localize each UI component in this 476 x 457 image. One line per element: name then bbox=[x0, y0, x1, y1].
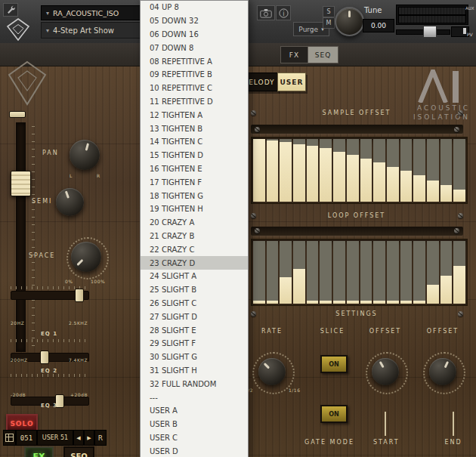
dropdown-item[interactable]: 15 TIGHTEN D bbox=[141, 149, 248, 162]
dropdown-item[interactable]: 10 REPETITIVE C bbox=[141, 82, 248, 95]
wrench-button[interactable] bbox=[3, 3, 18, 17]
preset-grid-button[interactable] bbox=[3, 430, 16, 446]
header-pan-slider-handle[interactable] bbox=[423, 26, 437, 38]
dropdown-item[interactable]: 22 CRAZY C bbox=[141, 242, 248, 256]
seq-step[interactable] bbox=[320, 139, 332, 202]
seq-step[interactable] bbox=[400, 139, 413, 202]
dropdown-item[interactable]: 31 SLIGHT H bbox=[141, 364, 248, 378]
dropdown-item[interactable]: USER B bbox=[141, 418, 248, 431]
seq-step[interactable] bbox=[427, 139, 439, 202]
tab-seq[interactable]: SEQ bbox=[308, 46, 338, 63]
seq-step[interactable] bbox=[387, 139, 399, 202]
eq1-slider-handle[interactable] bbox=[75, 289, 84, 302]
dropdown-item[interactable]: 30 SLIGHT G bbox=[141, 350, 248, 364]
seq-step[interactable] bbox=[373, 139, 385, 202]
seq-step[interactable] bbox=[267, 241, 279, 304]
seq-step[interactable] bbox=[307, 241, 319, 304]
seq-step[interactable] bbox=[347, 139, 359, 202]
solo-toggle[interactable]: S bbox=[323, 6, 335, 17]
fx-page-button[interactable]: FX bbox=[24, 446, 54, 457]
dropdown-item[interactable]: 13 TIGHTEN B bbox=[141, 122, 248, 135]
mini-fader[interactable] bbox=[9, 111, 26, 118]
dropdown-item[interactable]: 28 SLIGHT E bbox=[141, 323, 248, 337]
dropdown-item[interactable]: 23 CRAZY D bbox=[141, 256, 248, 270]
dropdown-item[interactable]: 04 UP 8 bbox=[141, 1, 248, 14]
tab-fx[interactable]: FX bbox=[280, 46, 308, 63]
snapshot-bar[interactable]: ▾ 4-Step Art Show bbox=[41, 22, 148, 39]
seq-step[interactable] bbox=[413, 139, 425, 202]
dropdown-item[interactable]: 24 SLIGHT A bbox=[141, 270, 248, 283]
mode-user-button[interactable]: USER bbox=[277, 73, 306, 91]
slice-on-button[interactable]: ON bbox=[320, 355, 348, 373]
dropdown-item[interactable]: 06 DOWN 16 bbox=[141, 28, 248, 42]
info-button[interactable]: i bbox=[276, 5, 291, 20]
preset-prev-button[interactable]: ◀ bbox=[73, 430, 84, 446]
seq-step[interactable] bbox=[400, 241, 413, 304]
dropdown-item[interactable]: 18 TIGHTEN G bbox=[141, 189, 248, 202]
seq-step[interactable] bbox=[360, 139, 372, 202]
dropdown-item[interactable]: USER C bbox=[141, 431, 248, 445]
eq1-slider[interactable] bbox=[11, 291, 89, 300]
gate-on-button[interactable]: ON bbox=[320, 405, 348, 423]
dropdown-item[interactable]: 12 TIGHTEN A bbox=[141, 108, 248, 122]
preset-next-button[interactable]: ▶ bbox=[84, 430, 94, 446]
seq-step[interactable] bbox=[413, 241, 425, 304]
seq-step[interactable] bbox=[440, 241, 453, 304]
dropdown-item[interactable]: 08 REPETITIVE A bbox=[141, 54, 248, 68]
offset-b-knob[interactable] bbox=[429, 358, 456, 385]
preset-number[interactable]: 051 bbox=[16, 430, 37, 446]
preset-name[interactable]: USER 51 bbox=[37, 430, 73, 446]
dropdown-item[interactable]: 29 SLIGHT F bbox=[141, 337, 248, 350]
start-marker[interactable] bbox=[385, 412, 386, 436]
seq-step[interactable] bbox=[320, 241, 332, 304]
preset-random-button[interactable]: R bbox=[94, 430, 107, 446]
tune-value[interactable]: 0.00 bbox=[363, 19, 394, 32]
dropdown-item[interactable]: 32 FULL RANDOM bbox=[141, 377, 248, 391]
volume-fader-handle[interactable] bbox=[11, 171, 31, 196]
dropdown-item[interactable]: 19 TIGHTEN H bbox=[141, 202, 248, 216]
seq-step[interactable] bbox=[280, 241, 292, 304]
offset-a-knob[interactable] bbox=[372, 358, 399, 385]
seq-step[interactable] bbox=[293, 241, 305, 304]
seq-step[interactable] bbox=[453, 241, 465, 304]
dropdown-item[interactable]: USER D bbox=[141, 444, 248, 457]
dropdown-item[interactable]: --- bbox=[141, 391, 248, 404]
dropdown-item[interactable]: USER A bbox=[141, 404, 248, 418]
volume-fader-track[interactable] bbox=[16, 122, 26, 352]
seq-step[interactable] bbox=[373, 241, 385, 304]
semi-knob[interactable] bbox=[56, 188, 84, 216]
seq-step[interactable] bbox=[360, 241, 372, 304]
dropdown-item[interactable]: 21 CRAZY B bbox=[141, 230, 248, 243]
dropdown-item[interactable]: 05 DOWN 32 bbox=[141, 14, 248, 28]
seq-step[interactable] bbox=[347, 241, 359, 304]
seq-step[interactable] bbox=[440, 139, 453, 202]
seq-step[interactable] bbox=[333, 139, 345, 202]
rate-knob[interactable] bbox=[258, 358, 286, 385]
seq-step[interactable] bbox=[333, 241, 345, 304]
seq-step[interactable] bbox=[453, 139, 465, 202]
seq-step[interactable] bbox=[427, 241, 439, 304]
dropdown-item[interactable]: 25 SLIGHT B bbox=[141, 283, 248, 297]
seq-page-button[interactable]: SEQ bbox=[63, 446, 94, 457]
dropdown-item[interactable]: 27 SLIGHT D bbox=[141, 310, 248, 323]
patch-title-bar[interactable]: ▾ RA_ACOUSTIC_ISO bbox=[41, 5, 148, 20]
dropdown-item[interactable]: 16 TIGHTEN E bbox=[141, 162, 248, 176]
dropdown-item[interactable]: 07 DOWN 8 bbox=[141, 41, 248, 54]
dropdown-item[interactable]: 11 REPETITIVE D bbox=[141, 95, 248, 109]
dropdown-item[interactable]: 14 TIGHTEN C bbox=[141, 135, 248, 149]
snapshot-camera-button[interactable] bbox=[257, 5, 275, 20]
seq-step[interactable] bbox=[293, 139, 305, 202]
tune-knob[interactable] bbox=[335, 7, 364, 36]
end-marker[interactable] bbox=[453, 412, 454, 436]
seq-step[interactable] bbox=[387, 241, 399, 304]
seq-step[interactable] bbox=[253, 241, 265, 304]
space-knob[interactable] bbox=[71, 242, 101, 272]
seq-step[interactable] bbox=[267, 139, 279, 202]
seq-step[interactable] bbox=[253, 139, 265, 202]
dropdown-item[interactable]: 20 CRAZY A bbox=[141, 216, 248, 230]
dropdown-item[interactable]: 17 TIGHTEN F bbox=[141, 175, 248, 189]
seq-step[interactable] bbox=[280, 139, 292, 202]
mute-toggle[interactable]: M bbox=[323, 17, 335, 29]
dropdown-item[interactable]: 26 SLIGHT C bbox=[141, 297, 248, 310]
dropdown-item[interactable]: 09 REPETITIVE B bbox=[141, 68, 248, 82]
